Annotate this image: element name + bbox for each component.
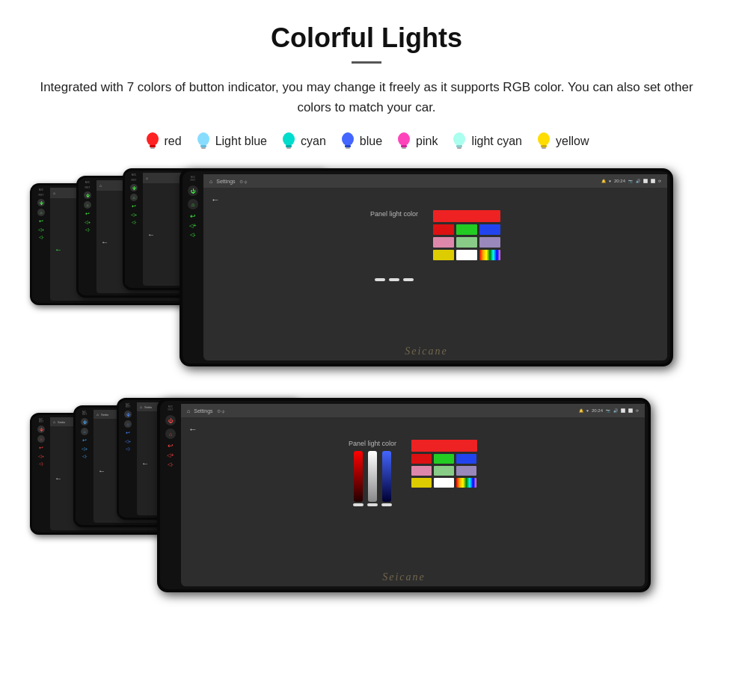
device-bottom-main: ⌂ Settings ⚙ ψ 🔔 ♥ 20:24 📷 🔊 ⬜ ⬜ ⟳	[157, 398, 651, 592]
screen-bottom-main: ⌂ Settings ⚙ ψ 🔔 ♥ 20:24 📷 🔊 ⬜ ⬜ ⟳	[181, 404, 645, 586]
svg-point-18	[538, 132, 550, 146]
color-label-lightcyan: light cyan	[471, 135, 522, 148]
svg-rect-5	[201, 147, 206, 149]
blue-bulb-icon	[340, 131, 356, 152]
color-label-lightblue: Light blue	[215, 135, 267, 148]
bottom-device-group: ⌂Settin ← M/CRST ⏻ ⌂ ↩ ◁+ ◁- ⌂Settin	[30, 398, 703, 618]
color-item-cyan: cyan	[280, 131, 326, 152]
color-item-blue: blue	[340, 131, 382, 152]
svg-point-12	[398, 132, 410, 146]
top-device-group: ⌂ ← M/C RST ⏻ ⌂ ↩ ◁+ ◁- ⌂	[30, 168, 703, 389]
svg-rect-20	[542, 147, 546, 149]
color-label-red: red	[165, 135, 182, 148]
color-item-pink: pink	[396, 131, 438, 152]
seicane-watermark-bottom: Seicane	[382, 571, 426, 583]
svg-point-0	[147, 132, 159, 146]
svg-point-3	[197, 132, 209, 146]
red-bulb-icon	[144, 131, 161, 152]
color-label-cyan: cyan	[301, 135, 326, 148]
color-list: red Light blue cyan	[30, 131, 703, 152]
page-container: Colorful Lights Integrated with 7 colors…	[0, 0, 733, 633]
title-divider	[352, 61, 381, 64]
svg-point-15	[453, 132, 465, 146]
svg-rect-17	[457, 147, 461, 149]
svg-rect-2	[150, 147, 155, 149]
device-top-main: ⌂ Settings ⚙ ψ 🔔 ♥ 20:24 📷 🔊 ⬜ ⬜ ⟳	[180, 168, 673, 366]
svg-rect-1	[150, 145, 156, 147]
color-label-yellow: yellow	[556, 135, 589, 148]
svg-rect-11	[346, 147, 350, 149]
svg-rect-16	[456, 145, 462, 147]
svg-rect-7	[286, 145, 292, 147]
lightcyan-bulb-icon	[451, 131, 467, 152]
svg-rect-19	[541, 145, 547, 147]
color-item-lightcyan: light cyan	[451, 131, 522, 152]
color-label-pink: pink	[416, 135, 438, 148]
svg-rect-4	[200, 145, 206, 147]
pink-bulb-icon	[396, 131, 412, 152]
color-item-yellow: yellow	[536, 131, 589, 152]
svg-rect-13	[401, 145, 407, 147]
svg-point-9	[342, 132, 354, 146]
color-label-blue: blue	[360, 135, 382, 148]
svg-point-6	[283, 132, 295, 146]
screen-top-main: ⌂ Settings ⚙ ψ 🔔 ♥ 20:24 📷 🔊 ⬜ ⬜ ⟳	[203, 174, 667, 360]
page-description: Integrated with 7 colors of button indic…	[30, 77, 703, 117]
cyan-bulb-icon	[280, 131, 297, 152]
seicane-watermark-top: Seicane	[405, 346, 448, 357]
page-title: Colorful Lights	[30, 22, 703, 54]
svg-rect-10	[345, 145, 351, 147]
svg-rect-14	[402, 147, 406, 149]
svg-rect-8	[286, 147, 291, 149]
yellow-bulb-icon	[536, 131, 552, 152]
lightblue-bulb-icon	[195, 131, 212, 152]
color-item-red: red	[144, 131, 182, 152]
color-item-lightblue: Light blue	[195, 131, 267, 152]
